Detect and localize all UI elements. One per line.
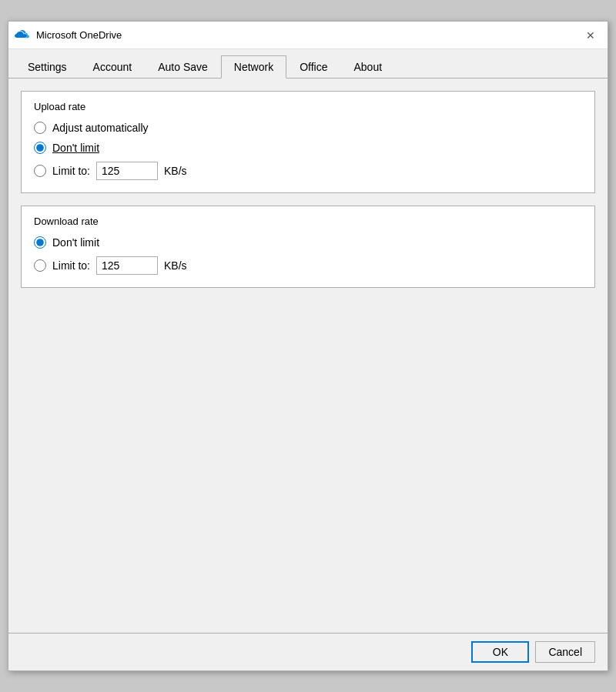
tab-autosave[interactable]: Auto Save — [145, 55, 221, 79]
cancel-button[interactable]: Cancel — [535, 641, 595, 663]
footer: OK Cancel — [8, 633, 608, 670]
close-button[interactable]: ✕ — [580, 27, 601, 44]
download-rate-title: Download rate — [34, 216, 582, 227]
upload-auto-label: Adjust automatically — [52, 122, 149, 134]
download-limit-label: Limit to: — [52, 259, 90, 272]
title-bar-left: Microsoft OneDrive — [15, 28, 122, 42]
download-nolimit-label: Don't limit — [52, 236, 99, 249]
upload-nolimit-option: Don't limit — [34, 142, 582, 154]
upload-limit-label: Limit to: — [52, 165, 90, 177]
download-limit-radio[interactable] — [34, 259, 46, 272]
upload-rate-section: Upload rate Adjust automatically Don't l… — [21, 91, 595, 193]
main-window: Microsoft OneDrive ✕ Settings Account Au… — [8, 21, 608, 671]
tab-bar: Settings Account Auto Save Network Offic… — [8, 49, 608, 79]
tab-settings[interactable]: Settings — [15, 55, 80, 79]
title-bar: Microsoft OneDrive ✕ — [8, 22, 608, 49]
upload-limit-radio[interactable] — [34, 165, 46, 177]
upload-nolimit-label: Don't limit — [52, 142, 99, 154]
upload-limit-option: Limit to: KB/s — [34, 162, 582, 180]
download-nolimit-radio[interactable] — [34, 236, 46, 249]
tab-about[interactable]: About — [340, 55, 395, 79]
upload-rate-title: Upload rate — [34, 101, 582, 112]
tab-office[interactable]: Office — [286, 55, 340, 79]
onedrive-icon — [15, 28, 30, 42]
download-nolimit-option: Don't limit — [34, 236, 582, 249]
tab-network[interactable]: Network — [221, 55, 286, 79]
download-limit-option: Limit to: KB/s — [34, 256, 582, 275]
upload-auto-option: Adjust automatically — [34, 122, 582, 134]
upload-nolimit-radio[interactable] — [34, 142, 46, 154]
download-unit-label: KB/s — [164, 259, 187, 272]
download-limit-input[interactable] — [96, 256, 158, 275]
download-rate-section: Download rate Don't limit Limit to: KB/s — [21, 206, 595, 288]
upload-limit-input[interactable] — [96, 162, 158, 180]
upload-auto-radio[interactable] — [34, 122, 46, 134]
tab-content: Upload rate Adjust automatically Don't l… — [8, 79, 608, 633]
ok-button[interactable]: OK — [471, 641, 529, 663]
upload-unit-label: KB/s — [164, 165, 187, 177]
tab-account[interactable]: Account — [80, 55, 146, 79]
window-title: Microsoft OneDrive — [36, 29, 122, 41]
